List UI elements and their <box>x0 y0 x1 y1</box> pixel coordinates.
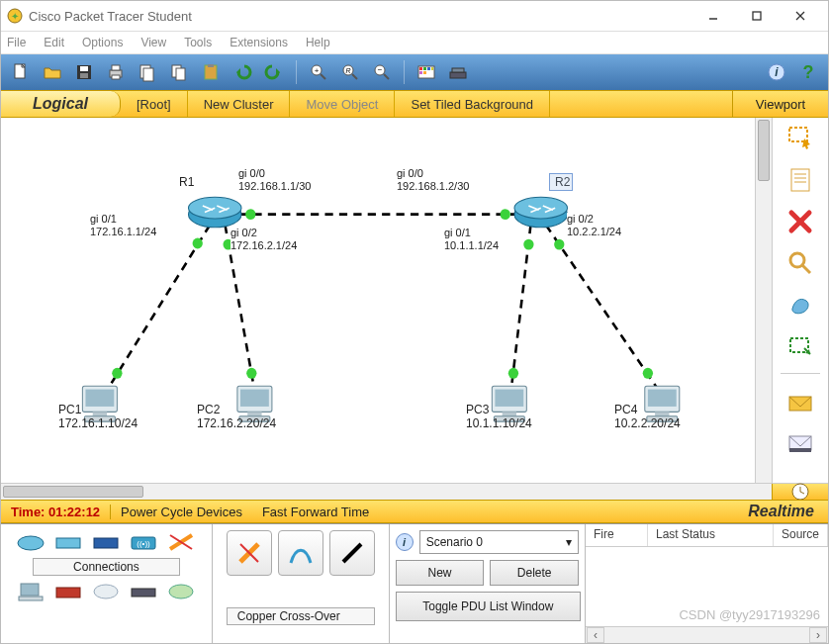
conn-auto[interactable] <box>227 530 272 576</box>
device-label-PC2[interactable]: PC2172.16.2.20/24 <box>197 403 276 430</box>
svg-rect-32 <box>419 67 422 70</box>
svg-rect-12 <box>112 65 120 70</box>
watermark: CSDN @tyy2917193296 <box>679 607 820 622</box>
delete-tool[interactable] <box>783 207 817 236</box>
delete-scenario-button[interactable]: Delete <box>490 560 579 586</box>
device-label-PC3[interactable]: PC310.1.1.10/24 <box>466 403 532 430</box>
col-source[interactable]: Source <box>774 524 828 546</box>
new-scenario-button[interactable]: New <box>396 560 485 586</box>
palette-button[interactable] <box>413 59 440 85</box>
device-label-R1[interactable]: R1 <box>179 175 194 189</box>
set-tiled-bg-button[interactable]: Set Tiled Background <box>395 91 550 117</box>
scroll-left-icon[interactable]: ‹ <box>587 627 604 643</box>
save-button[interactable] <box>70 59 98 85</box>
zoom-reset-button[interactable]: R <box>336 59 364 85</box>
fast-forward-button[interactable]: Fast Forward Time <box>252 505 379 519</box>
workspace-canvas[interactable]: R1 R2 gi 0/0192.168.1.1/30 gi 0/0192.168… <box>1 118 755 483</box>
col-last-status[interactable]: Last Status <box>648 524 774 546</box>
svg-line-26 <box>352 74 357 79</box>
toggle-pdu-list-button[interactable]: Toggle PDU List Window <box>396 592 581 621</box>
place-note-tool[interactable] <box>783 165 817 195</box>
cat-end-devices[interactable] <box>16 580 46 603</box>
activity-wizard-button[interactable] <box>134 59 161 85</box>
menu-help[interactable]: Help <box>306 36 330 49</box>
svg-rect-3 <box>753 12 761 20</box>
svg-line-117 <box>343 544 361 562</box>
menu-options[interactable]: Options <box>82 36 123 49</box>
move-object-button[interactable]: Move Object <box>290 91 395 117</box>
cat-routers[interactable] <box>16 530 46 554</box>
cat-custom[interactable] <box>129 580 158 603</box>
port-label: gi 0/110.1.1.1/24 <box>444 227 499 252</box>
svg-rect-35 <box>431 67 433 70</box>
undo-button[interactable] <box>229 59 256 85</box>
cat-connections[interactable] <box>166 530 196 554</box>
svg-text:?: ? <box>803 62 814 82</box>
svg-rect-108 <box>94 538 118 548</box>
cat-multiuser[interactable] <box>166 580 196 603</box>
zoom-in-button[interactable]: + <box>305 59 332 85</box>
open-file-button[interactable] <box>39 59 66 85</box>
svg-rect-39 <box>452 68 464 72</box>
svg-rect-13 <box>112 75 120 79</box>
draw-polygon-tool[interactable] <box>783 290 817 320</box>
menu-view[interactable]: View <box>140 36 166 49</box>
new-cluster-button[interactable]: New Cluster <box>188 91 291 117</box>
add-simple-pdu-tool[interactable] <box>783 386 817 415</box>
svg-point-54 <box>112 368 122 379</box>
horizontal-scrollbar[interactable] <box>1 483 828 500</box>
vertical-scrollbar[interactable] <box>755 118 772 483</box>
svg-point-114 <box>94 585 118 598</box>
cat-security[interactable] <box>53 580 83 603</box>
info-button[interactable]: i <box>763 59 790 85</box>
print-button[interactable] <box>102 59 130 85</box>
cat-hubs[interactable] <box>91 530 121 554</box>
menu-edit[interactable]: Edit <box>44 36 64 49</box>
svg-rect-36 <box>419 71 422 74</box>
add-complex-pdu-tool[interactable] <box>783 427 817 457</box>
menu-tools[interactable]: Tools <box>184 36 212 49</box>
cat-switches[interactable] <box>53 530 83 554</box>
toolbar-separator <box>404 60 405 84</box>
svg-rect-9 <box>80 66 88 71</box>
redo-button[interactable] <box>260 59 288 85</box>
scenario-select[interactable]: Scenario 0 ▾ <box>419 530 579 554</box>
paste-button[interactable] <box>197 59 225 85</box>
power-cycle-button[interactable]: Power Cycle Devices <box>111 505 252 519</box>
logical-tab[interactable]: Logical <box>1 91 121 117</box>
cat-wireless[interactable]: ((•)) <box>129 530 158 554</box>
resize-shape-tool[interactable] <box>783 331 817 361</box>
pdu-table-scrollbar[interactable]: ‹ › <box>586 626 828 643</box>
conn-copper-straight[interactable] <box>329 530 375 576</box>
device-label-PC1[interactable]: PC1172.16.1.10/24 <box>58 403 138 430</box>
minimize-button[interactable] <box>691 2 735 30</box>
viewport-button[interactable]: Viewport <box>732 91 828 117</box>
svg-point-58 <box>508 368 518 379</box>
router-R1 <box>188 197 241 227</box>
custom-devices-button[interactable] <box>444 59 472 85</box>
help-button[interactable]: ? <box>794 59 822 85</box>
maximize-button[interactable] <box>735 2 779 30</box>
copy-button[interactable] <box>165 59 193 85</box>
svg-point-116 <box>169 585 193 598</box>
realtime-tab[interactable]: Realtime <box>734 503 828 520</box>
realtime-clock-icon[interactable] <box>772 484 828 500</box>
select-tool[interactable] <box>783 124 817 153</box>
svg-rect-10 <box>80 73 88 78</box>
device-label-PC4[interactable]: PC410.2.2.20/24 <box>614 403 681 430</box>
menu-file[interactable]: File <box>7 36 26 49</box>
sim-time: Time: 01:22:12 <box>1 505 111 519</box>
port-label: gi 0/0192.168.1.2/30 <box>397 167 469 193</box>
inspect-tool[interactable] <box>783 248 817 278</box>
conn-console[interactable] <box>278 530 323 576</box>
close-button[interactable] <box>779 2 822 30</box>
new-file-button[interactable] <box>7 59 35 85</box>
info-icon[interactable]: i <box>396 533 414 551</box>
scroll-right-icon[interactable]: › <box>809 627 827 643</box>
zoom-out-button[interactable]: − <box>368 59 396 85</box>
menu-extensions[interactable]: Extensions <box>230 36 288 49</box>
svg-point-57 <box>523 239 533 250</box>
root-level[interactable]: [Root] <box>121 91 188 117</box>
cat-wan[interactable] <box>91 580 121 603</box>
col-fire[interactable]: Fire <box>586 524 648 546</box>
